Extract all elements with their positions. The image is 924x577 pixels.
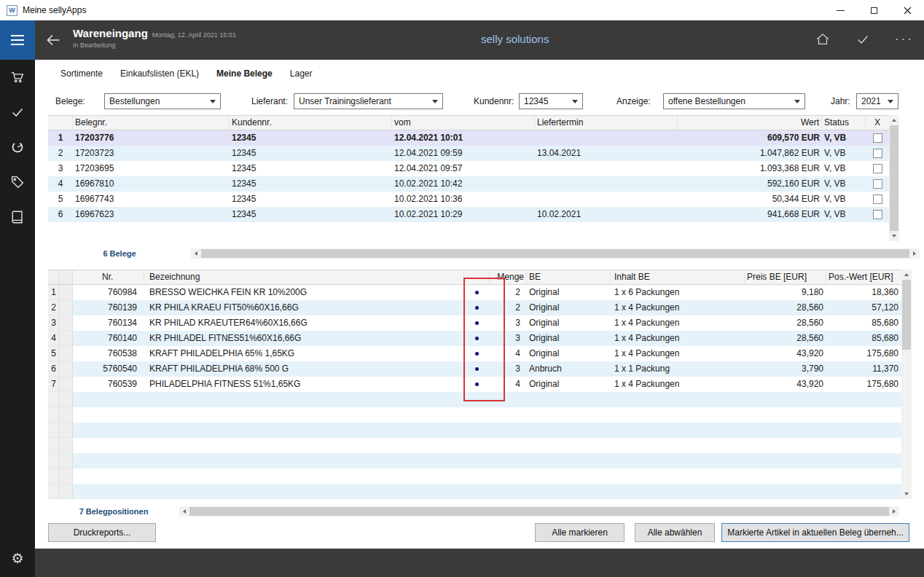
- window-controls: [823, 0, 924, 20]
- column-header-liefertermin[interactable]: Liefertermin: [535, 116, 678, 130]
- column-header-inhalt-be[interactable]: Inhalt BE: [611, 270, 745, 284]
- scrollbar-thumb[interactable]: [201, 249, 909, 258]
- positions-vertical-scrollbar[interactable]: [901, 270, 912, 499]
- back-button[interactable]: [44, 31, 62, 49]
- column-header-vom[interactable]: vom: [392, 116, 535, 130]
- alle-abwaehlen-button[interactable]: Alle abwählen: [635, 523, 715, 542]
- confirm-button[interactable]: [855, 31, 871, 50]
- scroll-up-button[interactable]: [901, 270, 912, 280]
- minimize-button[interactable]: [823, 0, 857, 20]
- row-checkbox[interactable]: [873, 195, 882, 204]
- wert-cell: 1.047,862 EUR: [678, 146, 822, 161]
- close-button[interactable]: [890, 0, 924, 20]
- column-header-kundennr[interactable]: Kundennr.: [230, 116, 392, 130]
- status-cell: V, VB: [822, 176, 866, 192]
- order-row[interactable]: 2172037231234512.04.2021 09:5913.04.2021…: [48, 146, 889, 161]
- column-header-x[interactable]: X: [866, 116, 889, 130]
- column-header-status[interactable]: Status: [822, 116, 866, 130]
- alle-markieren-button[interactable]: Alle markieren: [535, 523, 625, 542]
- dot-cell: [464, 315, 490, 331]
- scroll-right-button[interactable]: [889, 506, 899, 517]
- artikelnr-cell: [73, 484, 144, 499]
- tab-sortimente[interactable]: Sortimente: [60, 68, 103, 79]
- row-number: [48, 484, 60, 499]
- scrollbar-thumb[interactable]: [189, 507, 889, 516]
- column-header-menge[interactable]: Menge: [490, 270, 526, 284]
- row-checkbox[interactable]: [873, 133, 882, 143]
- row-checkbox[interactable]: [873, 210, 882, 219]
- row-number: [48, 453, 60, 468]
- artikelnr-cell: 760140: [73, 331, 144, 346]
- sidebar-item-tasks[interactable]: [0, 95, 35, 130]
- more-button[interactable]: ···: [895, 35, 914, 45]
- column-header-belegnr[interactable]: Belegnr.: [73, 116, 230, 130]
- sidebar-item-catalog[interactable]: [0, 200, 35, 235]
- row-checkbox[interactable]: [873, 179, 882, 189]
- orders-vertical-scrollbar[interactable]: [889, 115, 899, 241]
- dot-cell: [464, 361, 490, 377]
- sidebar-item-reports[interactable]: [0, 130, 35, 165]
- kundennr-dropdown[interactable]: 12345: [519, 93, 583, 109]
- position-row[interactable]: 1760984BRESSO WEICHKA FEIN KR 10%200G2Or…: [48, 285, 901, 300]
- position-row[interactable]: 4760140KR PHILADEL FITNES51%60X16,66G3Or…: [48, 331, 901, 346]
- row-number: 5: [48, 346, 60, 361]
- home-button[interactable]: [815, 31, 831, 50]
- jahr-dropdown[interactable]: 2021: [856, 93, 898, 109]
- scrollbar-thumb[interactable]: [902, 280, 911, 350]
- row-number: [48, 407, 60, 423]
- druckreports-button[interactable]: Druckreports...: [48, 523, 156, 542]
- orders-horizontal-scrollbar[interactable]: [191, 248, 920, 259]
- scroll-up-button[interactable]: [889, 115, 899, 125]
- position-row[interactable]: 3760134KR PHILAD KRAEUTER64%60X16,66G3Or…: [48, 315, 901, 331]
- kundennr-cell: 12345: [230, 176, 392, 192]
- column-header-be[interactable]: BE: [526, 270, 611, 284]
- scroll-down-button[interactable]: [901, 489, 912, 499]
- tab-lager[interactable]: Lager: [290, 68, 313, 79]
- preis-be-cell: 9,180: [745, 285, 826, 300]
- column-header-wert[interactable]: Wert: [678, 116, 822, 130]
- sidebar-item-prices[interactable]: [0, 165, 35, 200]
- column-header-bezeichnung[interactable]: Bezeichnung: [144, 270, 464, 284]
- position-row[interactable]: 2760139KR PHILA KRAEU FIT50%60X16,66G2Or…: [48, 300, 901, 315]
- tab-meine-belege[interactable]: Meine Belege: [216, 68, 273, 79]
- scroll-left-button[interactable]: [191, 248, 201, 259]
- scroll-left-icon: [183, 509, 186, 514]
- order-row[interactable]: 4169678101234510.02.2021 10:42592,160 EU…: [48, 176, 889, 192]
- be-cell: Original: [526, 346, 611, 361]
- sidebar-item-settings[interactable]: ⚙: [0, 541, 35, 576]
- order-row[interactable]: 5169677431234510.02.2021 10:3650,344 EUR…: [48, 192, 889, 207]
- order-row[interactable]: 3172036951234512.04.2021 09:571.093,368 …: [48, 161, 889, 176]
- tab-einkaufslisten[interactable]: Einkaufslisten (EKL): [120, 68, 199, 79]
- be-cell: Original: [526, 285, 611, 300]
- empty-row: [48, 407, 901, 423]
- scroll-left-button[interactable]: [179, 506, 189, 517]
- menu-button[interactable]: [0, 20, 35, 60]
- belege-dropdown[interactable]: Bestellungen: [104, 93, 221, 109]
- position-row[interactable]: 65760540KRAFT PHILADELPHIA 68% 500 G3Anb…: [48, 361, 901, 377]
- row-checkbox[interactable]: [873, 149, 882, 158]
- positions-horizontal-scrollbar[interactable]: [179, 506, 899, 517]
- order-row[interactable]: 1172037761234512.04.2021 10:01609,570 EU…: [48, 130, 889, 146]
- scroll-down-button[interactable]: [889, 231, 899, 241]
- inhalt-be-cell: 1 x 1 Packung: [611, 361, 745, 377]
- preis-be-cell: [745, 407, 826, 423]
- sidebar-item-cart[interactable]: [0, 60, 35, 95]
- maximize-button[interactable]: [857, 0, 890, 20]
- scroll-right-button[interactable]: [909, 248, 920, 259]
- column-header-preis-be[interactable]: Preis BE [EUR]: [745, 270, 826, 284]
- order-row[interactable]: 6169676231234510.02.2021 10:2910.02.2021…: [48, 207, 889, 222]
- position-row[interactable]: 5760538KRAFT PHILADELPHIA 65% 1,65KG4Ori…: [48, 346, 901, 361]
- column-header-pos-wert[interactable]: Pos.-Wert [EUR]: [826, 270, 901, 284]
- anzeige-dropdown[interactable]: offene Bestellungen: [663, 93, 805, 109]
- checkbox-cell: [866, 146, 889, 161]
- inhalt-be-cell: 1 x 4 Packungen: [611, 315, 745, 331]
- uebernehmen-button[interactable]: Markierte Artikel in aktuellen Beleg übe…: [721, 523, 909, 542]
- preis-be-cell: [745, 438, 826, 453]
- scrollbar-thumb[interactable]: [890, 125, 898, 231]
- column-header-nr[interactable]: Nr.: [73, 270, 144, 284]
- marker-cell: [60, 407, 73, 423]
- position-row[interactable]: 7760539PHILADELPHIA FITNESS 51%1,65KG4Or…: [48, 377, 901, 392]
- row-checkbox[interactable]: [873, 164, 882, 173]
- titlebar: W Meine sellyApps: [0, 0, 924, 20]
- lieferant-dropdown[interactable]: Unser Trainingslieferant: [294, 93, 443, 109]
